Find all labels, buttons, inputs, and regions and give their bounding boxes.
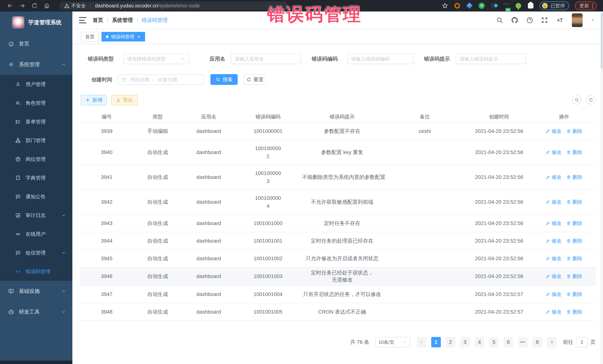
sidebar-item-home[interactable]: 首页: [0, 33, 72, 54]
tab-error-code[interactable]: 错误码管理: [102, 32, 145, 42]
avatar-caret-icon[interactable]: [590, 18, 595, 22]
sidebar-item-sms-mgmt[interactable]: 短信管理: [0, 243, 72, 262]
page-button-8[interactable]: 8: [533, 337, 542, 347]
delete-link[interactable]: 删除: [567, 255, 582, 262]
jump-page-input[interactable]: [576, 337, 588, 347]
address-bar[interactable]: 不安全 dashboard.yudao.iocoder.cn/system/er…: [59, 1, 288, 10]
sidebar-item-online-users[interactable]: 在线用户: [0, 225, 72, 243]
edit-link[interactable]: 修改: [546, 128, 562, 134]
breadcrumb-system[interactable]: 系统管理: [112, 17, 133, 24]
delete-link[interactable]: 删除: [567, 291, 582, 298]
date-range-picker[interactable]: 开始日期 - 结束日期: [118, 75, 204, 85]
edit-link[interactable]: 修改: [546, 273, 562, 280]
sidebar-item-dept-mgmt[interactable]: 部门管理: [0, 131, 72, 150]
browser-update-button[interactable]: 更新: [575, 1, 597, 10]
error-type-select[interactable]: 请选择错误码类型: [123, 54, 189, 64]
edit-link[interactable]: 修改: [546, 238, 562, 244]
breadcrumb-home[interactable]: 首页: [93, 17, 103, 24]
help-icon[interactable]: [526, 17, 533, 24]
chevron-down-icon: [403, 340, 407, 344]
page-button-3[interactable]: 3: [460, 337, 470, 347]
sidebar-item-system[interactable]: 系统管理: [0, 54, 72, 75]
sidebar-item-post-mgmt[interactable]: 岗位管理: [0, 150, 72, 168]
add-button[interactable]: 新增: [81, 95, 107, 105]
edit-link[interactable]: 修改: [546, 255, 562, 262]
refresh-table-button[interactable]: [586, 95, 596, 105]
delete-link[interactable]: 删除: [567, 220, 582, 227]
reload-icon[interactable]: [31, 2, 38, 10]
github-icon[interactable]: [511, 16, 518, 24]
scrollbar-thumb[interactable]: [601, 13, 603, 69]
next-page-button[interactable]: [547, 337, 557, 347]
delete-link[interactable]: 删除: [567, 238, 582, 244]
extension-vue-icon[interactable]: V: [478, 2, 485, 9]
delete-link[interactable]: 删除: [567, 273, 582, 280]
profile-paused-badge[interactable]: 已暂停: [540, 1, 569, 10]
sidebar-item-menu-mgmt[interactable]: 菜单管理: [0, 112, 72, 131]
page-size-select[interactable]: 10条/页: [375, 337, 410, 347]
edit-link[interactable]: 修改: [546, 291, 562, 298]
sidebar-item-dict-mgmt[interactable]: 字典管理: [0, 168, 72, 187]
app-name-input[interactable]: [235, 56, 297, 62]
sidebar-item-role-mgmt[interactable]: 角色管理: [0, 94, 72, 112]
edit-link[interactable]: 修改: [546, 149, 562, 156]
app-name-input-wrap: [231, 54, 301, 64]
more-menu-icon[interactable]: [592, 3, 593, 8]
home-icon[interactable]: [43, 2, 50, 10]
sidebar-item-devtools[interactable]: 研发工具: [0, 302, 72, 322]
extensions-puzzle-icon[interactable]: [527, 2, 534, 9]
edit-link[interactable]: 修改: [546, 220, 562, 227]
page-button-5[interactable]: 5: [489, 337, 499, 347]
forward-icon[interactable]: [19, 2, 26, 10]
page-button-6[interactable]: 6: [504, 337, 513, 347]
extension-gem-icon[interactable]: [466, 2, 473, 9]
tab-home[interactable]: 首页: [81, 32, 99, 42]
edit-link[interactable]: 修改: [546, 199, 562, 205]
sidebar-item-user-mgmt[interactable]: 用户管理: [0, 75, 72, 94]
reset-button[interactable]: 重置: [244, 74, 266, 85]
export-button[interactable]: 导出: [111, 95, 138, 105]
user-avatar[interactable]: [572, 13, 583, 27]
sidebar-item-label: 部门管理: [26, 137, 46, 144]
sidebar-toggle-icon[interactable]: [79, 17, 86, 23]
delete-link[interactable]: 删除: [567, 199, 582, 205]
close-tab-icon[interactable]: [137, 35, 141, 39]
back-icon[interactable]: [6, 2, 14, 10]
fullscreen-icon[interactable]: [541, 17, 548, 24]
prev-page-button[interactable]: [417, 337, 426, 347]
page-button-2[interactable]: 2: [446, 337, 455, 347]
edit-icon: [546, 129, 550, 133]
page-button-4[interactable]: 4: [475, 337, 484, 347]
extension-grid-icon[interactable]: [491, 2, 497, 9]
table-row: 3940 自动生成 dashboard 1001000002 参数配置 key …: [80, 140, 596, 165]
page-button-1[interactable]: 1: [431, 337, 441, 347]
table-row: 3942 自动生成 dashboard 1001000004 不允许获取敏感配置…: [80, 190, 596, 214]
error-code-input[interactable]: [351, 56, 409, 62]
extension-key-icon[interactable]: [515, 2, 522, 9]
delete-link[interactable]: 删除: [567, 309, 582, 315]
search-icon[interactable]: [496, 17, 503, 24]
chevron-down-icon: [61, 309, 66, 314]
sidebar-item-notice[interactable]: 通知公告: [0, 187, 72, 206]
edit-link[interactable]: 修改: [546, 174, 562, 180]
sidebar-item-error-code[interactable]: 错误码管理: [0, 262, 72, 281]
window-scrollbar[interactable]: [600, 11, 603, 364]
edit-link[interactable]: 修改: [546, 309, 562, 315]
app-logo-row[interactable]: 芋道管理系统: [0, 11, 72, 33]
font-size-icon[interactable]: [556, 17, 564, 24]
more-pages-button[interactable]: •••: [518, 337, 528, 347]
sidebar-item-infrastructure[interactable]: 基础设施: [0, 281, 72, 302]
extension-switch-icon[interactable]: on: [503, 2, 510, 9]
create-time-label: 创建时间: [92, 76, 112, 83]
bookmark-star-icon[interactable]: [441, 2, 448, 9]
extension-orange-icon[interactable]: [454, 2, 461, 9]
toggle-search-button[interactable]: [572, 95, 581, 105]
delete-link[interactable]: 删除: [567, 174, 582, 180]
sidebar-item-audit-log[interactable]: 审计日志: [0, 206, 72, 225]
search-button[interactable]: 搜索: [210, 74, 238, 85]
not-secure-warning[interactable]: 不安全: [64, 3, 86, 9]
delete-link[interactable]: 删除: [567, 128, 582, 134]
error-hint-input[interactable]: [460, 56, 522, 62]
delete-link[interactable]: 删除: [567, 149, 582, 156]
col-type: 类型: [133, 111, 182, 122]
